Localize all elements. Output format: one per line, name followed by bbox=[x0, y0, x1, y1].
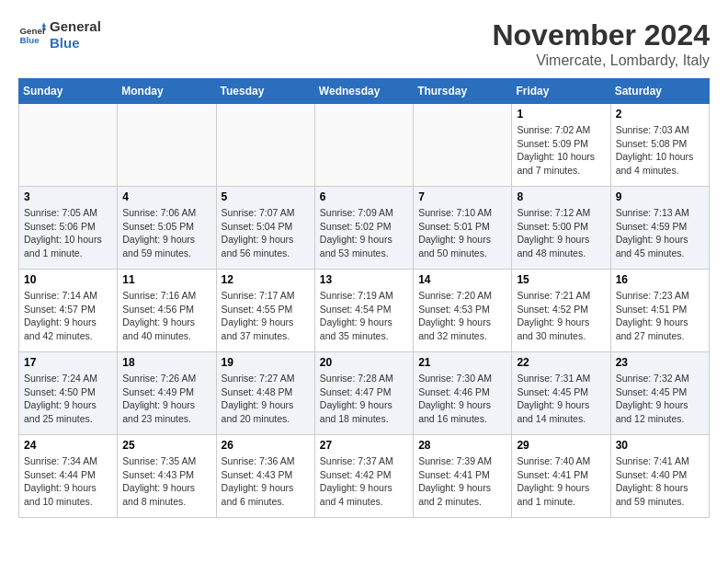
day-info: Sunrise: 7:24 AMSunset: 4:50 PMDaylight:… bbox=[24, 372, 112, 426]
svg-text:Blue: Blue bbox=[20, 35, 40, 45]
day-info: Sunrise: 7:05 AMSunset: 5:06 PMDaylight:… bbox=[24, 206, 112, 260]
day-number: 5 bbox=[222, 190, 310, 203]
calendar-cell: 29Sunrise: 7:40 AMSunset: 4:41 PMDayligh… bbox=[512, 435, 610, 518]
calendar-cell: 13Sunrise: 7:19 AMSunset: 4:54 PMDayligh… bbox=[314, 270, 413, 352]
calendar-cell bbox=[19, 104, 118, 187]
day-number: 29 bbox=[517, 439, 605, 452]
calendar-cell: 23Sunrise: 7:32 AMSunset: 4:45 PMDayligh… bbox=[610, 352, 709, 435]
day-number: 17 bbox=[24, 356, 112, 369]
calendar-cell: 9Sunrise: 7:13 AMSunset: 4:59 PMDaylight… bbox=[610, 187, 709, 270]
day-info: Sunrise: 7:03 AMSunset: 5:08 PMDaylight:… bbox=[616, 123, 704, 178]
day-number: 21 bbox=[418, 356, 506, 369]
day-info: Sunrise: 7:39 AMSunset: 4:41 PMDaylight:… bbox=[418, 454, 506, 509]
day-number: 3 bbox=[24, 190, 112, 203]
logo-general: General bbox=[50, 18, 101, 35]
day-info: Sunrise: 7:26 AMSunset: 4:49 PMDaylight:… bbox=[122, 372, 210, 426]
day-number: 6 bbox=[320, 190, 408, 203]
weekday-monday: Monday bbox=[118, 79, 216, 104]
day-info: Sunrise: 7:31 AMSunset: 4:45 PMDaylight:… bbox=[517, 372, 605, 426]
day-info: Sunrise: 7:07 AMSunset: 5:04 PMDaylight:… bbox=[222, 206, 310, 260]
calendar-cell bbox=[414, 104, 512, 187]
weekday-header-row: SundayMondayTuesdayWednesdayThursdayFrid… bbox=[19, 79, 710, 104]
day-info: Sunrise: 7:21 AMSunset: 4:52 PMDaylight:… bbox=[517, 289, 605, 343]
day-number: 28 bbox=[418, 439, 506, 452]
calendar-cell: 10Sunrise: 7:14 AMSunset: 4:57 PMDayligh… bbox=[19, 270, 118, 352]
calendar-cell: 7Sunrise: 7:10 AMSunset: 5:01 PMDaylight… bbox=[414, 187, 512, 270]
day-info: Sunrise: 7:10 AMSunset: 5:01 PMDaylight:… bbox=[418, 206, 506, 260]
calendar-cell: 26Sunrise: 7:36 AMSunset: 4:43 PMDayligh… bbox=[216, 435, 314, 518]
day-info: Sunrise: 7:13 AMSunset: 4:59 PMDaylight:… bbox=[616, 206, 704, 260]
calendar-week-1: 3Sunrise: 7:05 AMSunset: 5:06 PMDaylight… bbox=[19, 187, 710, 270]
logo-icon: General Blue bbox=[18, 21, 46, 49]
day-info: Sunrise: 7:40 AMSunset: 4:41 PMDaylight:… bbox=[517, 454, 605, 509]
calendar-cell: 22Sunrise: 7:31 AMSunset: 4:45 PMDayligh… bbox=[512, 352, 610, 435]
calendar-table: SundayMondayTuesdayWednesdayThursdayFrid… bbox=[18, 78, 710, 518]
day-number: 19 bbox=[222, 356, 310, 369]
calendar-cell: 20Sunrise: 7:28 AMSunset: 4:47 PMDayligh… bbox=[314, 352, 413, 435]
calendar-cell: 5Sunrise: 7:07 AMSunset: 5:04 PMDaylight… bbox=[216, 187, 314, 270]
calendar-cell: 4Sunrise: 7:06 AMSunset: 5:05 PMDaylight… bbox=[118, 187, 216, 270]
weekday-thursday: Thursday bbox=[414, 79, 512, 104]
logo-blue: Blue bbox=[50, 35, 101, 52]
weekday-wednesday: Wednesday bbox=[314, 79, 413, 104]
calendar-cell: 30Sunrise: 7:41 AMSunset: 4:40 PMDayligh… bbox=[610, 435, 709, 518]
day-info: Sunrise: 7:32 AMSunset: 4:45 PMDaylight:… bbox=[616, 372, 704, 426]
day-number: 10 bbox=[24, 273, 112, 286]
calendar-body: 1Sunrise: 7:02 AMSunset: 5:09 PMDaylight… bbox=[19, 104, 710, 518]
day-number: 1 bbox=[517, 108, 605, 121]
calendar-cell: 25Sunrise: 7:35 AMSunset: 4:43 PMDayligh… bbox=[118, 435, 216, 518]
day-number: 27 bbox=[320, 439, 408, 452]
calendar-cell bbox=[216, 104, 314, 187]
day-number: 24 bbox=[24, 439, 112, 452]
calendar-cell: 15Sunrise: 7:21 AMSunset: 4:52 PMDayligh… bbox=[512, 270, 610, 352]
day-number: 23 bbox=[616, 356, 704, 369]
day-info: Sunrise: 7:36 AMSunset: 4:43 PMDaylight:… bbox=[222, 454, 310, 509]
logo: General Blue General Blue bbox=[18, 18, 101, 52]
calendar-cell: 11Sunrise: 7:16 AMSunset: 4:56 PMDayligh… bbox=[118, 270, 216, 352]
day-info: Sunrise: 7:06 AMSunset: 5:05 PMDaylight:… bbox=[122, 206, 210, 260]
calendar-cell: 28Sunrise: 7:39 AMSunset: 4:41 PMDayligh… bbox=[414, 435, 512, 518]
header: General Blue General Blue November 2024 … bbox=[18, 18, 710, 69]
day-info: Sunrise: 7:41 AMSunset: 4:40 PMDaylight:… bbox=[616, 454, 704, 509]
calendar-cell: 16Sunrise: 7:23 AMSunset: 4:51 PMDayligh… bbox=[610, 270, 709, 352]
day-number: 25 bbox=[122, 439, 210, 452]
calendar-week-0: 1Sunrise: 7:02 AMSunset: 5:09 PMDaylight… bbox=[19, 104, 710, 187]
day-number: 13 bbox=[320, 273, 408, 286]
calendar-cell: 12Sunrise: 7:17 AMSunset: 4:55 PMDayligh… bbox=[216, 270, 314, 352]
day-number: 9 bbox=[616, 190, 704, 203]
calendar-cell: 27Sunrise: 7:37 AMSunset: 4:42 PMDayligh… bbox=[314, 435, 413, 518]
day-number: 22 bbox=[517, 356, 605, 369]
day-number: 8 bbox=[517, 190, 605, 203]
calendar-cell: 17Sunrise: 7:24 AMSunset: 4:50 PMDayligh… bbox=[19, 352, 118, 435]
day-info: Sunrise: 7:28 AMSunset: 4:47 PMDaylight:… bbox=[320, 372, 408, 426]
day-info: Sunrise: 7:17 AMSunset: 4:55 PMDaylight:… bbox=[222, 289, 310, 343]
calendar-cell: 19Sunrise: 7:27 AMSunset: 4:48 PMDayligh… bbox=[216, 352, 314, 435]
day-info: Sunrise: 7:14 AMSunset: 4:57 PMDaylight:… bbox=[24, 289, 112, 343]
day-info: Sunrise: 7:09 AMSunset: 5:02 PMDaylight:… bbox=[320, 206, 408, 260]
day-info: Sunrise: 7:30 AMSunset: 4:46 PMDaylight:… bbox=[418, 372, 506, 426]
calendar-header: SundayMondayTuesdayWednesdayThursdayFrid… bbox=[19, 79, 710, 104]
svg-text:General: General bbox=[20, 26, 47, 36]
weekday-tuesday: Tuesday bbox=[216, 79, 314, 104]
day-number: 26 bbox=[222, 439, 310, 452]
calendar-week-2: 10Sunrise: 7:14 AMSunset: 4:57 PMDayligh… bbox=[19, 270, 710, 352]
day-number: 11 bbox=[122, 273, 210, 286]
day-info: Sunrise: 7:19 AMSunset: 4:54 PMDaylight:… bbox=[320, 289, 408, 343]
day-info: Sunrise: 7:02 AMSunset: 5:09 PMDaylight:… bbox=[517, 123, 605, 178]
calendar-cell: 14Sunrise: 7:20 AMSunset: 4:53 PMDayligh… bbox=[414, 270, 512, 352]
day-number: 18 bbox=[122, 356, 210, 369]
calendar-cell bbox=[314, 104, 413, 187]
day-info: Sunrise: 7:34 AMSunset: 4:44 PMDaylight:… bbox=[24, 454, 112, 509]
calendar-week-3: 17Sunrise: 7:24 AMSunset: 4:50 PMDayligh… bbox=[19, 352, 710, 435]
day-number: 2 bbox=[616, 108, 704, 121]
subtitle: Vimercate, Lombardy, Italy bbox=[492, 52, 710, 69]
day-info: Sunrise: 7:35 AMSunset: 4:43 PMDaylight:… bbox=[122, 454, 210, 509]
day-number: 14 bbox=[418, 273, 506, 286]
calendar-cell: 1Sunrise: 7:02 AMSunset: 5:09 PMDaylight… bbox=[512, 104, 610, 187]
day-info: Sunrise: 7:12 AMSunset: 5:00 PMDaylight:… bbox=[517, 206, 605, 260]
weekday-sunday: Sunday bbox=[19, 79, 118, 104]
weekday-friday: Friday bbox=[512, 79, 610, 104]
day-number: 30 bbox=[616, 439, 704, 452]
calendar-cell: 2Sunrise: 7:03 AMSunset: 5:08 PMDaylight… bbox=[610, 104, 709, 187]
day-number: 4 bbox=[122, 190, 210, 203]
